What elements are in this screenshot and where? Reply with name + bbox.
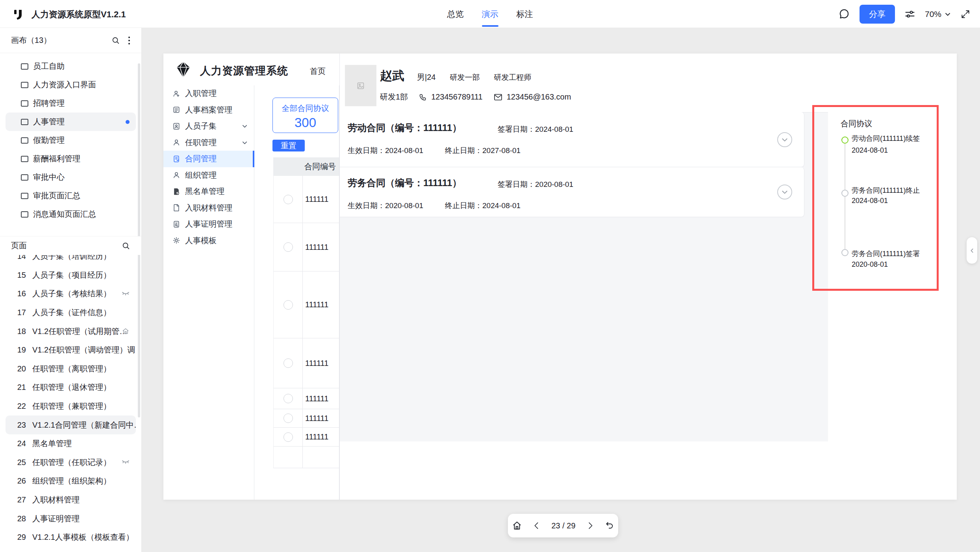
table-row[interactable]: 111111 (274, 271, 339, 338)
page-item[interactable]: 28人事证明管理 (6, 509, 136, 528)
menu-item-onboarding[interactable]: 入职管理 (163, 85, 254, 102)
canvas-item[interactable]: 薪酬福利管理 (6, 150, 136, 168)
employee-phone: 123456789111 (431, 92, 483, 102)
zoom-level-control[interactable]: 70% (925, 9, 951, 19)
tab-present[interactable]: 演示 (482, 0, 498, 28)
frame-icon (21, 211, 28, 218)
table-row[interactable]: 111111 (274, 388, 339, 409)
app-logo-icon (11, 6, 26, 21)
row-radio[interactable] (283, 414, 293, 423)
frame-icon (21, 174, 28, 181)
canvas-item[interactable]: 员工自助 (6, 57, 136, 76)
pages-search-icon[interactable] (122, 242, 130, 250)
menu-item-archives[interactable]: 人事档案管理 (163, 102, 254, 118)
current-canvas-dot (126, 120, 130, 124)
presentation-canvas: 人力资源管理系统 首页 入职管理 人事档案管理 人员子集 任职管理 合同管理 (142, 28, 980, 552)
table-row[interactable]: 111111 (274, 176, 339, 223)
table-row[interactable]: 111111 (274, 338, 339, 388)
contract-card-service: 劳务合同（编号：111111） 签署日期：2020-08-01 生效日期：202… (340, 167, 804, 217)
menu-item-hr-certificate[interactable]: 人事证明管理 (163, 216, 254, 233)
canvas-more-icon[interactable] (128, 36, 130, 45)
prototype-page: 人力资源管理系统 首页 入职管理 人事档案管理 人员子集 任职管理 合同管理 (163, 54, 957, 500)
page-item[interactable]: 17人员子集（证件信息） (6, 303, 136, 322)
page-item[interactable]: 21任职管理（退休管理） (6, 378, 136, 397)
home-icon[interactable] (512, 521, 522, 531)
contract-list-panel: 全部合同协议 300 重置 合同编号 1 111111 111111 11111… (254, 85, 339, 500)
page-item[interactable]: 20任职管理（离职管理） (6, 360, 136, 378)
canvas-item[interactable]: 假勤管理 (6, 131, 136, 150)
timeline-title: 合同协议 (841, 118, 872, 129)
contract-title: 劳务合同（编号：111111） (348, 177, 461, 189)
canvas-item[interactable]: 招聘管理 (6, 94, 136, 113)
contract-detail-overlay: 赵武 男|24 研发一部 研发工程师 研发1部 123456789111 123… (339, 54, 957, 500)
share-button[interactable]: 分享 (860, 5, 895, 24)
pages-section-header: 页面 (0, 236, 141, 255)
page-item[interactable]: 18V1.2任职管理（试用期管… (6, 322, 136, 341)
contract-sign-date: 签署日期：2020-08-01 (498, 179, 573, 190)
table-row[interactable]: 111111 (274, 223, 339, 271)
tab-annotate[interactable]: 标注 (517, 0, 533, 28)
row-radio[interactable] (283, 300, 293, 310)
home-flag-icon (122, 327, 130, 335)
settings-sliders-icon[interactable] (904, 9, 915, 20)
menu-item-contract[interactable]: 合同管理 (163, 151, 254, 167)
employee-role: 研发工程师 (494, 72, 531, 83)
menu-item-onboarding-materials[interactable]: 入职材料管理 (163, 200, 254, 216)
tab-overview[interactable]: 总览 (447, 0, 464, 28)
collapse-panel-handle[interactable] (967, 237, 977, 264)
timeline-event: 劳动合同(111111)续签 (852, 134, 920, 143)
canvas-item[interactable]: 审批中心 (6, 168, 136, 186)
menu-item-person-subset[interactable]: 人员子集 (163, 118, 254, 135)
hidden-eye-icon (122, 291, 130, 297)
canvas-item[interactable]: 审批页面汇总 (6, 186, 136, 205)
expand-chevron-button[interactable] (777, 132, 792, 147)
page-item[interactable]: 15人员子集（项目经历） (6, 266, 136, 285)
page-item[interactable]: 29V1.2.1人事模板（模板查看） (6, 528, 136, 547)
chevron-down-icon (242, 140, 248, 146)
canvas-item-selected[interactable]: 人事管理 (6, 113, 136, 131)
restart-icon[interactable] (605, 521, 614, 530)
comment-icon[interactable] (838, 8, 850, 20)
all-contracts-filter-card[interactable]: 全部合同协议 300 (272, 98, 338, 133)
view-tabs: 总览 演示 标注 (447, 0, 533, 28)
table-row[interactable]: 111111 (274, 428, 339, 447)
contract-table: 合同编号 1 111111 111111 111111 111111 11111… (273, 157, 339, 468)
page-item[interactable]: 19V1.2任职管理（调动管理）调… (6, 341, 136, 360)
menu-item-hr-template[interactable]: 人事模板 (163, 233, 254, 249)
employee-name: 赵武 (380, 68, 404, 84)
page-item[interactable]: 27入职材料管理 (6, 491, 136, 510)
menu-item-blacklist[interactable]: 黑名单管理 (163, 183, 254, 200)
page-item[interactable]: 24黑名单管理 (6, 434, 136, 453)
page-item[interactable]: 26组织管理（组织架构） (6, 472, 136, 491)
page-item-selected[interactable]: 23V1.2.1合同管理（新建合同中… (6, 415, 136, 434)
timeline-date: 2020-08-01 (852, 260, 888, 269)
fullscreen-icon[interactable] (960, 9, 971, 19)
table-row[interactable]: 111111 (274, 409, 339, 428)
menu-item-organization[interactable]: 组织管理 (163, 167, 254, 184)
contract-start-date: 生效日期：2020-08-01 (348, 201, 423, 211)
row-radio[interactable] (283, 394, 293, 403)
contract-end-date: 终止日期：2027-08-01 (445, 146, 521, 156)
next-page-icon[interactable] (586, 521, 595, 530)
prev-page-icon[interactable] (532, 521, 541, 530)
row-radio[interactable] (283, 195, 293, 204)
page-item[interactable]: 22任职管理（兼职管理） (6, 397, 136, 416)
canvas-section-header: 画布（13） (0, 28, 141, 53)
timeline-node (841, 190, 848, 197)
menu-item-appointment[interactable]: 任职管理 (163, 135, 254, 151)
diamond-logo-icon (174, 61, 193, 78)
canvas-item[interactable]: 人力资源入口界面 (6, 76, 136, 94)
reset-button[interactable]: 重置 (272, 140, 305, 151)
contract-end-date: 终止日期：2024-08-01 (445, 201, 521, 211)
page-item[interactable]: 16人员子集（考核结果） (6, 284, 136, 303)
row-radio[interactable] (283, 358, 293, 368)
prototype-nav-home[interactable]: 首页 (310, 66, 326, 77)
page-item[interactable]: 25任职管理（任职记录） (6, 453, 136, 472)
expand-chevron-button[interactable] (777, 185, 792, 199)
row-radio[interactable] (283, 242, 293, 252)
row-radio[interactable] (283, 432, 293, 442)
canvas-section-title: 画布（13） (11, 35, 51, 46)
table-row-empty (274, 447, 339, 468)
canvas-search-icon[interactable] (111, 36, 120, 45)
canvas-item[interactable]: 消息通知页面汇总 (6, 205, 136, 223)
